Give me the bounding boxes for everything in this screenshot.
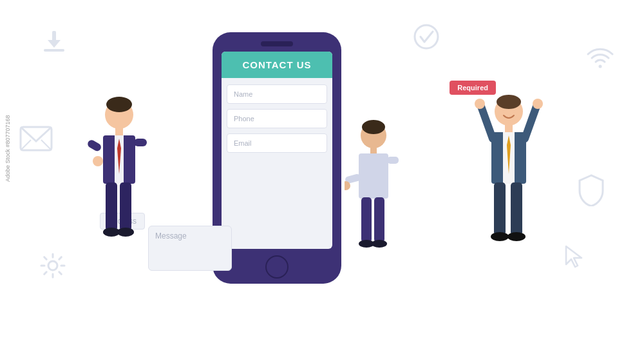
- svg-rect-0: [44, 49, 64, 52]
- email-icon: [19, 126, 53, 157]
- svg-point-6: [48, 261, 57, 270]
- download-icon: [39, 26, 70, 63]
- svg-point-24: [362, 120, 385, 134]
- svg-point-41: [475, 99, 485, 109]
- svg-point-35: [497, 95, 521, 109]
- person2-figure: [345, 119, 402, 255]
- svg-point-11: [106, 97, 132, 112]
- email-field[interactable]: Email: [227, 133, 327, 153]
- required-badge: Required: [450, 81, 496, 95]
- check-icon: [412, 23, 440, 54]
- svg-point-17: [93, 156, 103, 166]
- svg-rect-18: [134, 139, 147, 146]
- svg-point-22: [117, 228, 134, 237]
- phone-home-button[interactable]: [265, 255, 289, 279]
- svg-rect-19: [106, 182, 117, 231]
- message-label: Message: [155, 231, 187, 240]
- phone-screen: CONTACT US Name Phone Email: [222, 52, 332, 249]
- svg-line-40: [481, 106, 493, 139]
- phone-device: CONTACT US Name Phone Email: [213, 32, 341, 284]
- svg-rect-31: [374, 197, 384, 242]
- person3-figure: [473, 93, 544, 248]
- svg-point-7: [415, 25, 438, 48]
- svg-line-5: [41, 140, 52, 150]
- svg-point-43: [533, 99, 543, 109]
- svg-point-33: [372, 240, 387, 248]
- phone-speaker: [261, 41, 293, 46]
- person1-figure: [84, 97, 155, 245]
- svg-rect-45: [511, 182, 522, 235]
- phone-field[interactable]: Phone: [227, 109, 327, 128]
- svg-marker-9: [566, 246, 582, 267]
- contact-us-title: CONTACT US: [228, 59, 326, 70]
- svg-marker-2: [48, 40, 61, 48]
- svg-point-47: [507, 232, 526, 241]
- gear-icon: [39, 251, 67, 282]
- svg-line-4: [21, 140, 31, 150]
- svg-rect-36: [505, 124, 513, 133]
- phone-fields: Name Phone Email: [222, 78, 332, 159]
- name-field[interactable]: Name: [227, 84, 327, 104]
- svg-rect-29: [387, 157, 399, 164]
- svg-rect-12: [115, 128, 123, 137]
- svg-rect-20: [120, 182, 131, 231]
- svg-rect-30: [361, 197, 372, 242]
- message-card: Message: [148, 226, 232, 271]
- shield-icon: [577, 174, 605, 209]
- wifi-icon: [585, 45, 615, 71]
- cursor-icon: [565, 245, 583, 271]
- scene: CONTACT US Name Phone Email Message Addr…: [0, 0, 644, 363]
- svg-point-8: [599, 65, 602, 68]
- svg-rect-16: [86, 139, 102, 152]
- watermark: Adobe Stock #807707168: [5, 115, 11, 182]
- svg-point-46: [491, 232, 509, 241]
- phone-header: CONTACT US: [222, 52, 332, 78]
- svg-line-42: [525, 106, 536, 139]
- svg-rect-44: [494, 182, 506, 235]
- svg-rect-26: [359, 153, 388, 199]
